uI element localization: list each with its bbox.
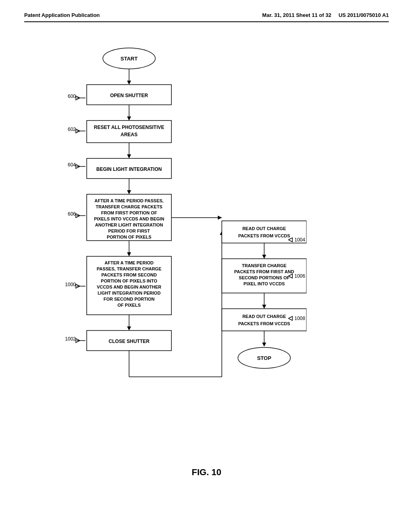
- svg-text:READ OUT CHARGE: READ OUT CHARGE: [242, 314, 286, 319]
- svg-text:1008: 1008: [294, 316, 305, 321]
- svg-text:SECOND PORTIONS OF: SECOND PORTIONS OF: [239, 275, 290, 280]
- svg-text:PACKETS FROM SECOND: PACKETS FROM SECOND: [101, 272, 156, 277]
- svg-rect-73: [222, 309, 307, 331]
- page-header: Patent Application Publication Mar. 31, …: [24, 12, 389, 22]
- patent-number: US 2011/0075010 A1: [338, 12, 389, 18]
- svg-text:AREAS: AREAS: [121, 132, 138, 137]
- svg-marker-63: [262, 255, 266, 259]
- svg-text:PACKETS FROM VCCDS: PACKETS FROM VCCDS: [238, 233, 290, 238]
- svg-text:CLOSE SHUTTER: CLOSE SHUTTER: [108, 339, 150, 344]
- svg-marker-10: [127, 116, 131, 121]
- svg-text:FROM FIRST PORTION OF: FROM FIRST PORTION OF: [101, 210, 157, 215]
- svg-text:STOP: STOP: [257, 355, 271, 361]
- svg-text:TRANSFER CHARGE PACKETS: TRANSFER CHARGE PACKETS: [96, 204, 162, 209]
- svg-marker-3: [127, 81, 131, 85]
- svg-text:AFTER A TIME PERIOD PASSES,: AFTER A TIME PERIOD PASSES,: [94, 198, 163, 203]
- header-left: Patent Application Publication: [24, 12, 100, 18]
- svg-text:PACKETS FROM VCCDS: PACKETS FROM VCCDS: [238, 321, 290, 326]
- svg-text:1002: 1002: [65, 336, 76, 342]
- svg-marker-81: [218, 216, 222, 220]
- svg-text:ANOTHER LIGHT INTEGRATION: ANOTHER LIGHT INTEGRATION: [95, 222, 163, 227]
- svg-text:RESET ALL PHOTOSENSITIVE: RESET ALL PHOTOSENSITIVE: [94, 125, 164, 130]
- fig-label: FIG. 10: [192, 467, 221, 477]
- svg-text:PORTION OF PIXELS: PORTION OF PIXELS: [107, 235, 152, 239]
- svg-text:1004: 1004: [294, 237, 305, 243]
- svg-text:PORTION OF PIXELS INTO: PORTION OF PIXELS INTO: [101, 278, 157, 283]
- header-right: Mar. 31, 2011 Sheet 11 of 32 US 2011/007…: [262, 12, 389, 18]
- svg-text:600: 600: [68, 94, 76, 99]
- svg-text:START: START: [121, 56, 138, 62]
- flowchart-diagram: START 600 OPEN SHUTTER 602 RESET ALL PHO…: [24, 38, 307, 443]
- svg-text:TRANSFER CHARGE: TRANSFER CHARGE: [242, 263, 287, 268]
- svg-marker-35: [127, 252, 131, 256]
- svg-text:VCCDS AND BEGIN ANOTHER: VCCDS AND BEGIN ANOTHER: [97, 285, 161, 289]
- svg-text:PIXEL  INTO VCCDS: PIXEL INTO VCCDS: [244, 281, 285, 286]
- flowchart-svg: START 600 OPEN SHUTTER 602 RESET ALL PHO…: [24, 38, 307, 441]
- svg-text:606: 606: [68, 211, 76, 217]
- svg-rect-59: [222, 221, 307, 243]
- svg-text:LIGHT INTEGRATION PERIOD: LIGHT INTEGRATION PERIOD: [98, 291, 161, 295]
- svg-text:PERIOD FOR FIRST: PERIOD FOR FIRST: [108, 229, 150, 233]
- svg-text:1006: 1006: [294, 273, 305, 279]
- publication-label: Patent Application Publication: [24, 12, 100, 18]
- svg-marker-23: [127, 190, 131, 194]
- svg-marker-48: [127, 326, 131, 330]
- figure-caption: FIG. 10: [24, 467, 389, 478]
- svg-text:PIXELS INTO VCCDS AND BEGIN: PIXELS INTO VCCDS AND BEGIN: [94, 216, 164, 221]
- svg-text:1000: 1000: [65, 282, 76, 287]
- svg-text:OF PIXELS: OF PIXELS: [117, 303, 140, 308]
- svg-text:PACKETS FROM FIRST AND: PACKETS FROM FIRST AND: [234, 269, 294, 274]
- svg-marker-71: [262, 305, 266, 309]
- svg-marker-17: [127, 154, 131, 158]
- date-sheet-label: Mar. 31, 2011 Sheet 11 of 32: [262, 12, 331, 18]
- svg-marker-77: [262, 343, 266, 347]
- svg-text:FOR SECOND PORTION: FOR SECOND PORTION: [104, 297, 155, 301]
- svg-text:BEGIN LIGHT INTEGRATION: BEGIN LIGHT INTEGRATION: [96, 166, 162, 172]
- svg-text:PASSES, TRANSFER CHARGE: PASSES, TRANSFER CHARGE: [97, 266, 162, 271]
- svg-text:READ OUT CHARGE: READ OUT CHARGE: [242, 226, 286, 231]
- svg-text:OPEN SHUTTER: OPEN SHUTTER: [110, 93, 148, 98]
- svg-text:604: 604: [68, 162, 76, 168]
- svg-text:AFTER A TIME PERIOD: AFTER A TIME PERIOD: [104, 260, 153, 265]
- svg-text:602: 602: [68, 127, 76, 132]
